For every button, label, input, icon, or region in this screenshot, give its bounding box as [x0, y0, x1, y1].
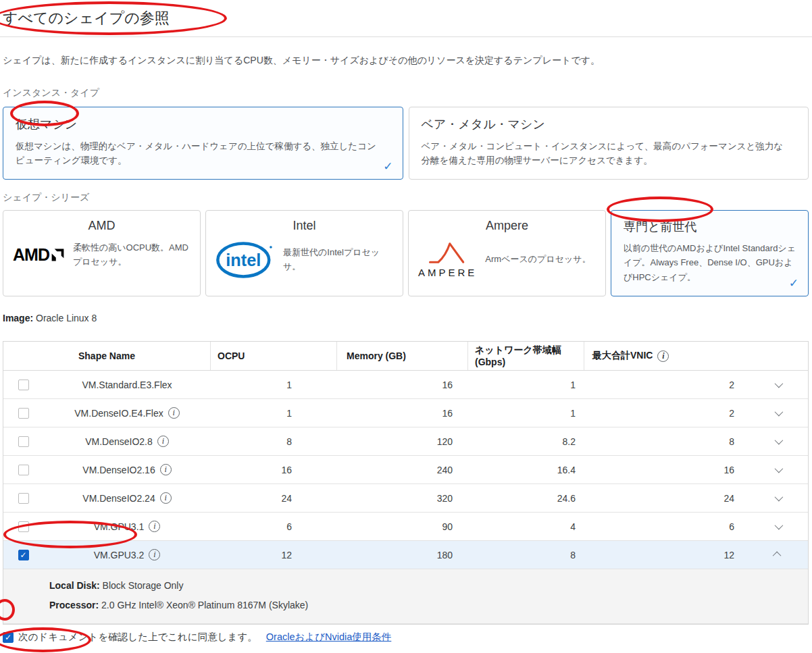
vnic-value: 2 [584, 408, 748, 419]
ocpu-value: 16 [211, 465, 337, 475]
info-icon[interactable]: i [149, 521, 160, 532]
chevron-up-icon[interactable] [773, 552, 782, 560]
processor-value: 2.0 GHz Intel® Xeon® Platinum 8167M (Sky… [101, 600, 308, 610]
image-value: Oracle Linux 8 [36, 313, 97, 323]
card-description: 以前の世代のAMDおよびIntel Standardシェイプ。Always Fr… [621, 241, 798, 284]
memory-value: 180 [337, 550, 468, 560]
memory-value: 90 [337, 521, 468, 532]
shape-name: VM.DenseIO2.8 [85, 436, 153, 447]
bandwidth-value: 1 [468, 380, 584, 390]
chevron-down-icon[interactable] [775, 521, 784, 530]
row-checkbox[interactable] [18, 436, 29, 447]
instance-type-card-bare-metal[interactable]: ベア・メタル・マシン ベア・メタル・コンピュート・インスタンスによって、最高のパ… [409, 107, 809, 180]
dialog-description: シェイプは、新たに作成するインスタンスに割り当てるCPU数、メモリー・サイズおよ… [3, 55, 812, 67]
table-row-vm-denseio2-16[interactable]: VM.DenseIO2.16i 16 240 16.4 16 [3, 456, 808, 484]
shape-name: VM.Standard.E3.Flex [82, 380, 172, 390]
processor-label: Processor: [49, 600, 99, 610]
vnic-value: 24 [584, 493, 748, 504]
row-checkbox[interactable] [18, 380, 29, 390]
memory-value: 16 [337, 380, 468, 390]
vnic-value: 6 [584, 521, 748, 532]
local-disk-value: Block Storage Only [103, 580, 184, 591]
instance-type-cards: 仮想マシン 仮想マシンは、物理的なベア・メタル・ハードウェアの上位で稼働する、独… [3, 107, 809, 180]
table-row-vm-standard-e3-flex[interactable]: VM.Standard.E3.Flex 1 16 1 2 [3, 371, 808, 399]
memory-value: 240 [337, 465, 468, 475]
ocpu-value: 12 [211, 550, 337, 560]
vnic-value: 16 [584, 465, 748, 475]
row-checkbox[interactable] [18, 493, 29, 504]
agreement-row: ✓ 次のドキュメントを確認した上でこれに同意します。 OracleおよびNvid… [3, 631, 812, 644]
chevron-down-icon[interactable] [775, 493, 784, 502]
column-header-vnic: 最大合計VNIC i [584, 342, 808, 370]
bandwidth-value: 4 [468, 521, 584, 532]
card-description: ベア・メタル・コンピュート・インスタンスによって、最高のパフォーマンスと強力な分… [422, 140, 786, 168]
card-description: Armベースのプロセッサ。 [485, 253, 590, 267]
ocpu-value: 8 [211, 436, 337, 447]
check-icon: ✓ [789, 276, 798, 290]
info-icon[interactable]: i [657, 350, 669, 362]
page-title: すべてのシェイプの参照 [3, 0, 812, 28]
chevron-down-icon[interactable] [775, 465, 784, 473]
ampere-logo-icon: AMPERE [418, 241, 477, 278]
title-separator [0, 36, 812, 37]
shape-name: VM.DenseIO2.16 [82, 465, 155, 475]
shape-series-cards: AMD AMD 柔軟性の高いOCPU数。AMDプロセッサ。 Intel [3, 210, 809, 296]
chevron-down-icon[interactable] [775, 408, 784, 417]
info-icon[interactable]: i [160, 464, 172, 475]
shape-name: VM.DenseIO2.24 [82, 493, 155, 504]
card-title: 仮想マシン [16, 116, 390, 132]
memory-value: 16 [337, 408, 468, 419]
row-checkbox[interactable] [18, 408, 29, 419]
info-icon[interactable]: i [149, 549, 160, 560]
ampere-wordmark: AMPERE [418, 267, 477, 278]
shape-series-card-specialty[interactable]: 専門と前世代 以前の世代のAMDおよびIntel Standardシェイプ。Al… [611, 210, 809, 296]
bandwidth-value: 1 [468, 408, 584, 419]
row-checkbox[interactable] [18, 465, 29, 475]
local-disk-label: Local Disk: [49, 580, 100, 591]
card-description: 仮想マシンは、物理的なベア・メタル・ハードウェアの上位で稼働する、独立したコンピ… [16, 140, 380, 168]
table-row-vm-denseio2-8[interactable]: VM.DenseIO2.8i 8 120 8.2 8 [3, 427, 808, 456]
shape-series-card-intel[interactable]: Intel intel 最新世代のIntelプロセッサ。 [205, 210, 403, 296]
card-description: 最新世代のIntelプロセッサ。 [283, 246, 393, 274]
terms-link[interactable]: OracleおよびNvidia使用条件 [266, 631, 392, 644]
table-row-vm-denseio-e4-flex[interactable]: VM.DenseIO.E4.Flexi 1 16 1 2 [3, 399, 808, 427]
ocpu-value: 6 [211, 521, 337, 532]
instance-type-card-virtual-machine[interactable]: 仮想マシン 仮想マシンは、物理的なベア・メタル・ハードウェアの上位で稼働する、独… [3, 107, 403, 180]
shape-series-card-ampere[interactable]: Ampere AMPERE Armベースのプロセッサ。 [408, 210, 606, 296]
table-row-vm-gpu3-1[interactable]: VM.GPU3.1i 6 90 4 6 [3, 513, 808, 541]
row-expanded-details: Local Disk: Block Storage Only Processor… [3, 569, 808, 624]
card-title: 専門と前世代 [621, 219, 798, 235]
info-icon[interactable]: i [160, 492, 172, 504]
table-row-vm-gpu3-2[interactable]: ✓ VM.GPU3.2i 12 180 8 12 [3, 541, 808, 569]
browse-all-shapes-dialog: すべてのシェイプの参照 シェイプは、新たに作成するインスタンスに割り当てるCPU… [0, 0, 812, 653]
vnic-value: 12 [584, 550, 748, 560]
table-row-vm-denseio2-24[interactable]: VM.DenseIO2.24i 24 320 24.6 24 [3, 484, 808, 513]
shape-name: VM.GPU3.1 [94, 521, 145, 532]
vnic-value: 2 [584, 380, 748, 390]
bandwidth-value: 8 [468, 550, 584, 560]
shape-name: VM.DenseIO.E4.Flex [74, 408, 163, 419]
agreement-checkbox[interactable]: ✓ [3, 632, 14, 643]
card-title: Intel [215, 219, 393, 233]
column-header-ocpu: OCPU [211, 342, 337, 370]
bandwidth-value: 16.4 [468, 465, 584, 475]
ocpu-value: 1 [211, 380, 337, 390]
bandwidth-value: 8.2 [468, 436, 584, 447]
table-header-row: Shape Name OCPU Memory (GB) ネットワーク帯域幅(Gb… [3, 342, 808, 371]
intel-logo-icon: intel [215, 241, 275, 279]
card-description: 柔軟性の高いOCPU数。AMDプロセッサ。 [73, 241, 191, 269]
instance-type-label: インスタンス・タイプ [3, 87, 812, 99]
info-icon[interactable]: i [168, 407, 180, 419]
row-checkbox-checked[interactable]: ✓ [18, 550, 29, 560]
row-checkbox[interactable] [18, 521, 29, 532]
shape-series-card-amd[interactable]: AMD AMD 柔軟性の高いOCPU数。AMDプロセッサ。 [3, 210, 201, 296]
info-icon[interactable]: i [157, 436, 169, 447]
chevron-down-icon[interactable] [775, 380, 784, 388]
column-header-shape-name: Shape Name [3, 342, 211, 370]
agreement-text: 次のドキュメントを確認した上でこれに同意します。 [18, 631, 257, 644]
vnic-value: 8 [584, 436, 748, 447]
shape-table: Shape Name OCPU Memory (GB) ネットワーク帯域幅(Gb… [3, 341, 809, 625]
card-title: ベア・メタル・マシン [422, 116, 796, 132]
chevron-down-icon[interactable] [775, 436, 784, 445]
column-header-bandwidth: ネットワーク帯域幅(Gbps) [468, 342, 584, 370]
